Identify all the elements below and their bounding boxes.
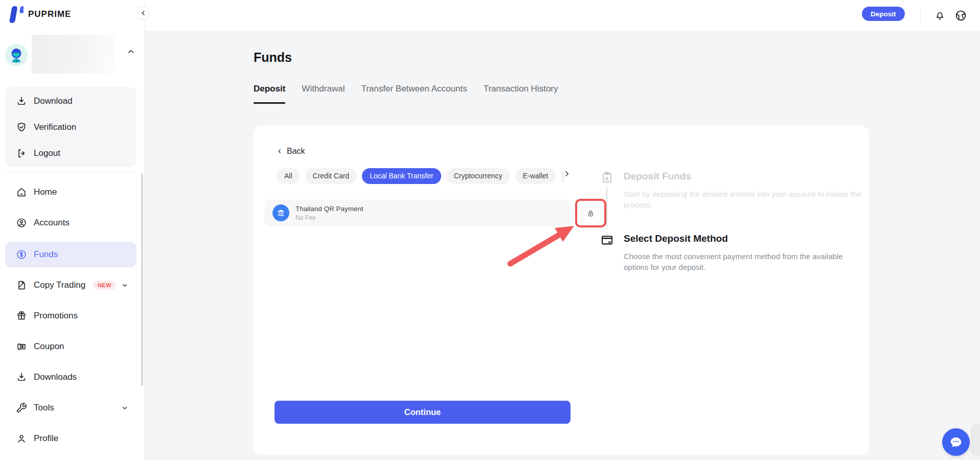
filter-pill-e-wallet[interactable]: E-wallet	[515, 168, 556, 184]
coupon-icon	[16, 341, 27, 352]
menu-item-label: Logout	[34, 148, 60, 158]
chevron-right-icon	[563, 170, 571, 178]
step-title-deposit-funds: Deposit Funds	[624, 171, 691, 182]
wrench-icon	[16, 402, 27, 413]
nav-item-label: Tools	[34, 403, 54, 413]
accounts-icon	[16, 217, 27, 228]
nav-item-accounts[interactable]: Accounts	[5, 211, 136, 235]
nav-item-funds[interactable]: Funds	[5, 242, 136, 267]
menu-item-verification[interactable]: Verification	[5, 114, 136, 140]
filter-pill-cryptocurrency[interactable]: Cryptocurrency	[446, 168, 510, 184]
nav-item-profile[interactable]: Profile	[5, 427, 136, 450]
brand-name: PUPRIME	[28, 9, 71, 19]
continue-button[interactable]: Continue	[275, 401, 571, 424]
chevron-up-icon[interactable]	[126, 47, 135, 56]
sidebar-divider	[6, 172, 135, 173]
brand-logo[interactable]: PUPRIME	[8, 5, 71, 24]
method-info: Thailand QR Payment No Fee	[295, 205, 363, 221]
funds-dollar-icon	[16, 249, 27, 260]
nav-item-downloads[interactable]: Downloads	[5, 365, 136, 389]
topbar: Deposit	[145, 0, 980, 31]
nav-item-label: Profile	[34, 433, 58, 444]
bank-icon	[272, 204, 289, 221]
tab-transaction-history[interactable]: Transaction History	[484, 84, 558, 94]
chat-bubble-icon	[948, 434, 964, 450]
notifications-button[interactable]	[932, 8, 947, 22]
nav-item-label: Copy Trading	[34, 280, 85, 290]
download-icon	[16, 96, 27, 107]
page-title: Funds	[254, 50, 292, 65]
nav-item-home[interactable]: Home	[5, 180, 136, 204]
shield-check-icon	[16, 122, 27, 133]
chevron-left-icon	[140, 10, 147, 16]
method-name: Thailand QR Payment	[295, 205, 363, 213]
sidebar-scrollbar-thumb[interactable]	[141, 174, 143, 386]
topbar-divider	[920, 8, 921, 22]
credit-card-icon	[600, 233, 614, 247]
topbar-deposit-button[interactable]: Deposit	[862, 7, 905, 21]
main-content: Funds Deposit Withdrawal Transfer Betwee…	[145, 31, 980, 460]
filter-pill-local-bank-transfer[interactable]: Local Bank Transfer	[362, 168, 441, 184]
annotation-red-arrow	[506, 221, 583, 269]
bell-icon	[934, 10, 946, 21]
new-badge: NEW	[93, 281, 116, 290]
tab-deposit[interactable]: Deposit	[254, 84, 285, 94]
gift-icon	[16, 310, 27, 321]
lock-icon	[586, 209, 596, 218]
language-button[interactable]	[953, 8, 968, 22]
username-skeleton	[32, 35, 115, 74]
nav-item-tools[interactable]: Tools	[5, 396, 136, 420]
nav-item-label: Home	[34, 187, 57, 197]
downloads-icon	[16, 372, 27, 383]
tab-transfer-between-accounts[interactable]: Transfer Between Accounts	[361, 84, 467, 94]
chevron-down-icon[interactable]	[121, 404, 129, 412]
user-icon	[16, 433, 27, 444]
menu-item-download[interactable]: Download	[5, 88, 136, 114]
menu-item-logout[interactable]: Logout	[5, 140, 136, 166]
chevron-down-icon[interactable]	[121, 281, 129, 289]
nav-item-label: Funds	[34, 249, 58, 260]
filter-pill-all[interactable]: All	[277, 168, 300, 184]
steps-connector-line	[606, 187, 607, 228]
sidebar: PUPRIME Download Verification	[0, 0, 145, 460]
puprime-logo-icon	[8, 5, 24, 24]
sidebar-collapse-button[interactable]	[138, 7, 149, 19]
back-label: Back	[287, 147, 305, 156]
chat-widget-edge	[971, 424, 980, 456]
account-menu-card: Download Verification Logout	[5, 87, 136, 167]
logout-icon	[16, 148, 27, 159]
nav-item-label: Promotions	[34, 311, 78, 321]
nav-item-copy-trading[interactable]: Copy Trading NEW	[5, 273, 136, 297]
funds-tabs: Deposit Withdrawal Transfer Between Acco…	[254, 84, 869, 104]
home-icon	[16, 187, 27, 198]
user-avatar[interactable]	[5, 44, 28, 66]
deposit-card: Back All Credit Card Local Bank Transfer…	[254, 126, 869, 455]
main-nav: Home Accounts Funds Copy Trading NEW	[5, 180, 136, 457]
tab-withdrawal[interactable]: Withdrawal	[302, 84, 345, 94]
filter-pill-credit-card[interactable]: Credit Card	[305, 168, 357, 184]
copy-trading-icon	[16, 280, 27, 291]
chevron-left-icon	[277, 148, 283, 154]
menu-item-label: Verification	[34, 122, 76, 132]
nav-item-label: Downloads	[34, 372, 77, 382]
chat-button[interactable]	[942, 428, 970, 456]
nav-item-label: Coupon	[34, 341, 64, 352]
nav-item-coupon[interactable]: Coupon	[5, 335, 136, 358]
filter-scroll-right-button[interactable]	[563, 170, 571, 178]
clipboard-icon	[600, 171, 614, 185]
step-title-select-deposit-method: Select Deposit Method	[624, 233, 728, 244]
step-description: Start by depositing the desired amount i…	[624, 189, 869, 210]
step-description: Choose the most convenient payment metho…	[624, 251, 849, 272]
back-link[interactable]: Back	[277, 147, 305, 156]
nav-item-promotions[interactable]: Promotions	[5, 304, 136, 328]
globe-icon	[954, 9, 967, 22]
menu-item-label: Download	[34, 96, 73, 106]
nav-item-label: Accounts	[34, 218, 70, 228]
method-fee: No Fee	[295, 214, 363, 221]
payment-filter-pills: All Credit Card Local Bank Transfer Cryp…	[277, 168, 564, 184]
